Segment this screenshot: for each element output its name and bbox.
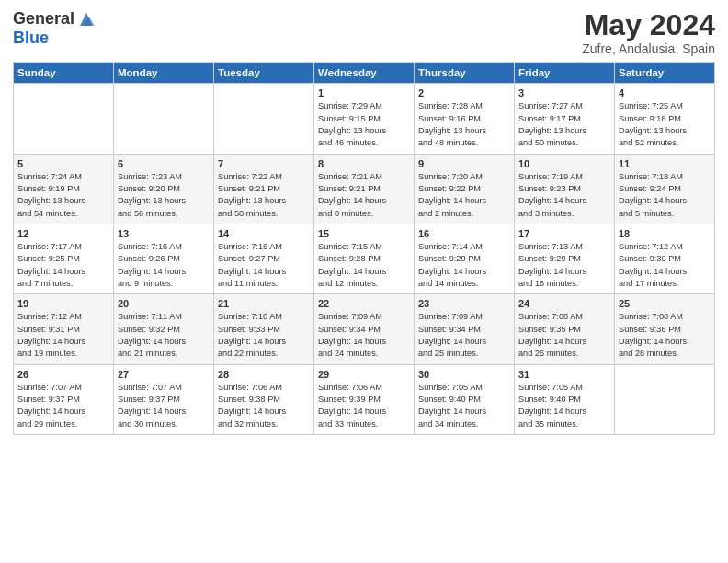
- calendar-cell: 18Sunrise: 7:12 AM Sunset: 9:30 PM Dayli…: [615, 224, 715, 293]
- day-info: Sunrise: 7:15 AM Sunset: 9:28 PM Dayligh…: [318, 241, 410, 290]
- calendar-cell: 20Sunrise: 7:11 AM Sunset: 9:32 PM Dayli…: [114, 294, 214, 364]
- day-number: 17: [518, 228, 610, 239]
- calendar-cell: 1Sunrise: 7:29 AM Sunset: 9:15 PM Daylig…: [314, 84, 415, 154]
- day-info: Sunrise: 7:09 AM Sunset: 9:34 PM Dayligh…: [418, 311, 510, 360]
- calendar-cell: 26Sunrise: 7:07 AM Sunset: 9:37 PM Dayli…: [14, 364, 114, 434]
- calendar-cell: 4Sunrise: 7:25 AM Sunset: 9:18 PM Daylig…: [615, 84, 715, 154]
- day-info: Sunrise: 7:09 AM Sunset: 9:34 PM Dayligh…: [318, 311, 410, 360]
- calendar-week-2: 5Sunrise: 7:24 AM Sunset: 9:19 PM Daylig…: [14, 154, 715, 224]
- calendar-cell: 5Sunrise: 7:24 AM Sunset: 9:19 PM Daylig…: [14, 154, 114, 224]
- day-info: Sunrise: 7:06 AM Sunset: 9:39 PM Dayligh…: [318, 382, 410, 431]
- day-header-tuesday: Tuesday: [214, 63, 314, 84]
- header: General Blue May 2024 Zufre, Andalusia, …: [13, 9, 715, 56]
- day-number: 12: [17, 228, 109, 239]
- calendar-cell: 17Sunrise: 7:13 AM Sunset: 9:29 PM Dayli…: [515, 224, 615, 293]
- day-number: 2: [418, 87, 510, 98]
- calendar-week-4: 19Sunrise: 7:12 AM Sunset: 9:31 PM Dayli…: [14, 294, 715, 364]
- day-number: 24: [518, 298, 610, 309]
- day-info: Sunrise: 7:29 AM Sunset: 9:15 PM Dayligh…: [318, 100, 410, 149]
- day-number: 19: [17, 298, 109, 309]
- calendar-cell: 27Sunrise: 7:07 AM Sunset: 9:37 PM Dayli…: [114, 364, 214, 434]
- day-number: 25: [619, 298, 711, 309]
- day-number: 14: [218, 228, 310, 239]
- calendar-cell: 29Sunrise: 7:06 AM Sunset: 9:39 PM Dayli…: [314, 364, 415, 434]
- day-info: Sunrise: 7:19 AM Sunset: 9:23 PM Dayligh…: [518, 171, 610, 220]
- calendar-week-1: 1Sunrise: 7:29 AM Sunset: 9:15 PM Daylig…: [14, 84, 715, 154]
- day-info: Sunrise: 7:20 AM Sunset: 9:22 PM Dayligh…: [418, 171, 510, 220]
- day-info: Sunrise: 7:11 AM Sunset: 9:32 PM Dayligh…: [118, 311, 210, 360]
- calendar-cell: 21Sunrise: 7:10 AM Sunset: 9:33 PM Dayli…: [214, 294, 314, 364]
- day-info: Sunrise: 7:10 AM Sunset: 9:33 PM Dayligh…: [218, 311, 310, 360]
- day-info: Sunrise: 7:27 AM Sunset: 9:17 PM Dayligh…: [518, 100, 610, 149]
- day-header-saturday: Saturday: [615, 63, 715, 84]
- calendar-cell: [214, 84, 314, 154]
- logo-icon: [76, 9, 97, 29]
- location-title: Zufre, Andalusia, Spain: [582, 41, 715, 56]
- day-number: 11: [619, 158, 711, 169]
- day-number: 1: [318, 87, 410, 98]
- calendar-cell: 13Sunrise: 7:16 AM Sunset: 9:26 PM Dayli…: [114, 224, 214, 293]
- day-number: 15: [318, 228, 410, 239]
- day-info: Sunrise: 7:16 AM Sunset: 9:26 PM Dayligh…: [118, 241, 210, 290]
- day-number: 21: [218, 298, 310, 309]
- day-header-monday: Monday: [114, 63, 214, 84]
- day-info: Sunrise: 7:07 AM Sunset: 9:37 PM Dayligh…: [17, 382, 109, 431]
- calendar-cell: 9Sunrise: 7:20 AM Sunset: 9:22 PM Daylig…: [415, 154, 515, 224]
- calendar-cell: 14Sunrise: 7:16 AM Sunset: 9:27 PM Dayli…: [214, 224, 314, 293]
- day-number: 30: [418, 369, 510, 380]
- day-info: Sunrise: 7:24 AM Sunset: 9:19 PM Dayligh…: [17, 171, 109, 220]
- day-number: 10: [518, 158, 610, 169]
- calendar-cell: 31Sunrise: 7:05 AM Sunset: 9:40 PM Dayli…: [515, 364, 615, 434]
- day-header-sunday: Sunday: [14, 63, 114, 84]
- day-info: Sunrise: 7:07 AM Sunset: 9:37 PM Dayligh…: [118, 382, 210, 431]
- day-number: 6: [118, 158, 210, 169]
- day-number: 28: [218, 369, 310, 380]
- calendar-cell: 7Sunrise: 7:22 AM Sunset: 9:21 PM Daylig…: [214, 154, 314, 224]
- calendar-cell: [14, 84, 114, 154]
- day-number: 29: [318, 369, 410, 380]
- day-number: 4: [619, 87, 711, 98]
- calendar-cell: 2Sunrise: 7:28 AM Sunset: 9:16 PM Daylig…: [415, 84, 515, 154]
- day-number: 5: [17, 158, 109, 169]
- day-info: Sunrise: 7:18 AM Sunset: 9:24 PM Dayligh…: [619, 171, 711, 220]
- calendar-table: SundayMondayTuesdayWednesdayThursdayFrid…: [13, 62, 715, 435]
- day-number: 3: [518, 87, 610, 98]
- day-info: Sunrise: 7:22 AM Sunset: 9:21 PM Dayligh…: [218, 171, 310, 220]
- day-info: Sunrise: 7:05 AM Sunset: 9:40 PM Dayligh…: [418, 382, 510, 431]
- day-header-wednesday: Wednesday: [314, 63, 415, 84]
- day-info: Sunrise: 7:21 AM Sunset: 9:21 PM Dayligh…: [318, 171, 410, 220]
- day-info: Sunrise: 7:28 AM Sunset: 9:16 PM Dayligh…: [418, 100, 510, 149]
- day-info: Sunrise: 7:05 AM Sunset: 9:40 PM Dayligh…: [518, 382, 610, 431]
- day-number: 27: [118, 369, 210, 380]
- day-number: 23: [418, 298, 510, 309]
- day-info: Sunrise: 7:16 AM Sunset: 9:27 PM Dayligh…: [218, 241, 310, 290]
- calendar-cell: 16Sunrise: 7:14 AM Sunset: 9:29 PM Dayli…: [415, 224, 515, 293]
- day-info: Sunrise: 7:06 AM Sunset: 9:38 PM Dayligh…: [218, 382, 310, 431]
- day-number: 22: [318, 298, 410, 309]
- logo-blue-text: Blue: [13, 29, 97, 48]
- day-info: Sunrise: 7:12 AM Sunset: 9:31 PM Dayligh…: [17, 311, 109, 360]
- calendar-cell: 3Sunrise: 7:27 AM Sunset: 9:17 PM Daylig…: [515, 84, 615, 154]
- day-info: Sunrise: 7:08 AM Sunset: 9:35 PM Dayligh…: [518, 311, 610, 360]
- calendar-cell: 25Sunrise: 7:08 AM Sunset: 9:36 PM Dayli…: [615, 294, 715, 364]
- calendar-cell: 24Sunrise: 7:08 AM Sunset: 9:35 PM Dayli…: [515, 294, 615, 364]
- calendar-cell: 10Sunrise: 7:19 AM Sunset: 9:23 PM Dayli…: [515, 154, 615, 224]
- day-number: 16: [418, 228, 510, 239]
- calendar-week-3: 12Sunrise: 7:17 AM Sunset: 9:25 PM Dayli…: [14, 224, 715, 293]
- day-info: Sunrise: 7:23 AM Sunset: 9:20 PM Dayligh…: [118, 171, 210, 220]
- day-info: Sunrise: 7:25 AM Sunset: 9:18 PM Dayligh…: [619, 100, 711, 149]
- day-number: 13: [118, 228, 210, 239]
- calendar-cell: 22Sunrise: 7:09 AM Sunset: 9:34 PM Dayli…: [314, 294, 415, 364]
- logo-general-text: General: [13, 10, 74, 29]
- month-title: May 2024: [582, 9, 715, 41]
- title-block: May 2024 Zufre, Andalusia, Spain: [582, 9, 715, 56]
- calendar-cell: 12Sunrise: 7:17 AM Sunset: 9:25 PM Dayli…: [14, 224, 114, 293]
- day-number: 9: [418, 158, 510, 169]
- day-number: 20: [118, 298, 210, 309]
- calendar-cell: 19Sunrise: 7:12 AM Sunset: 9:31 PM Dayli…: [14, 294, 114, 364]
- day-number: 31: [518, 369, 610, 380]
- day-info: Sunrise: 7:17 AM Sunset: 9:25 PM Dayligh…: [17, 241, 109, 290]
- calendar-cell: [615, 364, 715, 434]
- day-info: Sunrise: 7:14 AM Sunset: 9:29 PM Dayligh…: [418, 241, 510, 290]
- day-number: 8: [318, 158, 410, 169]
